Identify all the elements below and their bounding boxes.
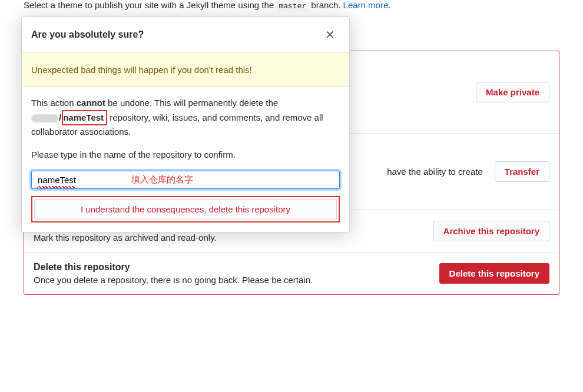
delete-confirm-modal: Are you absolutely sure? ✕ Unexpected ba… <box>21 16 350 232</box>
close-button[interactable]: ✕ <box>320 26 340 43</box>
modal-paragraph-1: This action cannot be undone. This will … <box>31 97 340 139</box>
modal-title: Are you absolutely sure? <box>31 29 144 40</box>
theme-note: Select a theme to publish your site with… <box>12 0 571 18</box>
confirm-button-highlight: I understand the consequences, delete th… <box>31 196 340 222</box>
redacted-owner <box>31 114 58 122</box>
modal-paragraph-2: Please type in the name of the repositor… <box>31 148 340 162</box>
make-private-button[interactable]: Make private <box>476 82 549 102</box>
delete-row: Delete this repository Once you delete a… <box>24 253 559 294</box>
transfer-button[interactable]: Transfer <box>495 161 549 182</box>
modal-warning: Unexpected bad things will happen if you… <box>22 53 349 87</box>
confirm-delete-button[interactable]: I understand the consequences, delete th… <box>34 199 337 220</box>
learn-more-link[interactable]: Learn more <box>343 0 389 10</box>
delete-desc: Once you delete a repository, there is n… <box>34 275 428 285</box>
modal-body: This action cannot be undone. This will … <box>22 87 349 232</box>
theme-note-text: Select a theme to publish your site with… <box>24 0 276 10</box>
repo-name-highlight: nameTest <box>62 110 107 126</box>
delete-button[interactable]: Delete this repository <box>439 263 549 284</box>
delete-title: Delete this repository <box>34 262 428 273</box>
branch-code: master <box>276 1 309 12</box>
archive-desc: Mark this repository as archived and rea… <box>34 232 422 242</box>
modal-header: Are you absolutely sure? ✕ <box>22 17 349 53</box>
archive-button[interactable]: Archive this repository <box>433 221 549 241</box>
confirm-repo-input[interactable] <box>31 171 340 189</box>
close-icon: ✕ <box>325 28 335 41</box>
